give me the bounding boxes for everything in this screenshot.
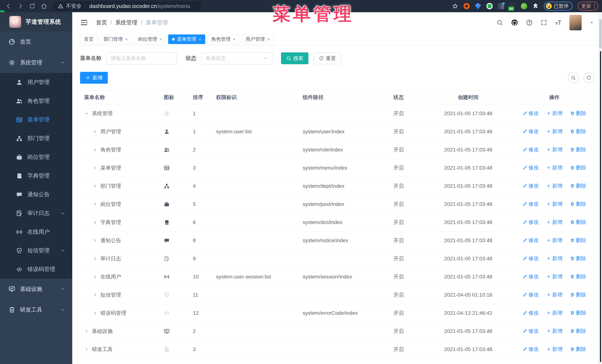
expand-row-icon[interactable]	[93, 184, 97, 188]
delete-action[interactable]: 删除	[570, 309, 586, 316]
refresh-table-button[interactable]	[583, 73, 594, 83]
fullscreen-icon[interactable]	[540, 19, 547, 26]
edit-action[interactable]: 修改	[523, 110, 539, 117]
page-tab[interactable]: 部门管理 ×	[100, 34, 132, 44]
sidebar-item-gear[interactable]: 系统管理	[0, 52, 72, 73]
extensions-puzzle-icon[interactable]	[532, 3, 539, 9]
extension-frog-icon[interactable]	[521, 3, 527, 9]
toggle-search-button[interactable]	[568, 73, 579, 83]
sidebar-item-tree[interactable]: 部门管理	[0, 129, 72, 148]
expand-row-icon[interactable]	[93, 220, 97, 225]
add-child-action[interactable]: 新增	[546, 200, 563, 208]
extension-green-icon[interactable]	[486, 3, 493, 9]
delete-action[interactable]: 删除	[570, 164, 586, 171]
delete-action[interactable]: 删除	[570, 346, 586, 353]
delete-action[interactable]: 删除	[570, 110, 586, 117]
avatar-caret-down-icon[interactable]	[589, 20, 594, 25]
reload-icon[interactable]	[29, 3, 36, 10]
delete-action[interactable]: 删除	[570, 328, 586, 334]
add-child-action[interactable]: 新增	[546, 309, 563, 316]
reset-button[interactable]: 重置	[314, 52, 341, 64]
browser-menu-dots-icon[interactable]	[594, 4, 595, 8]
sidebar-item-post[interactable]: 岗位管理	[0, 148, 72, 166]
expand-row-icon[interactable]	[93, 238, 97, 243]
add-child-action[interactable]: 新增	[546, 291, 563, 298]
tab-close-icon[interactable]: ×	[159, 37, 162, 42]
expand-row-icon[interactable]	[93, 311, 97, 315]
tab-close-icon[interactable]: ×	[267, 37, 270, 42]
delete-action[interactable]: 删除	[570, 128, 586, 135]
add-child-action[interactable]: 新增	[546, 273, 563, 280]
breadcrumb-item[interactable]: 系统管理	[107, 19, 138, 26]
sidebar-item-online[interactable]: 在线用户	[0, 223, 72, 241]
sidebar-item-tool[interactable]: 研发工具	[0, 299, 72, 320]
expand-row-icon[interactable]	[93, 256, 97, 261]
edit-action[interactable]: 修改	[523, 273, 539, 280]
add-child-action[interactable]: 新增	[546, 328, 563, 334]
expand-row-icon[interactable]	[93, 129, 97, 134]
scrollbar-thumb[interactable]	[599, 19, 602, 49]
sidebar-item-code[interactable]: 错误码管理	[0, 260, 72, 279]
extension-gem-icon[interactable]	[475, 3, 481, 9]
expand-row-icon[interactable]	[84, 329, 89, 334]
edit-action[interactable]: 修改	[523, 164, 539, 171]
bookmark-star-icon[interactable]	[452, 3, 458, 9]
edit-action[interactable]: 修改	[523, 291, 539, 298]
delete-action[interactable]: 删除	[570, 200, 586, 208]
page-tab[interactable]: 用户管理 ×	[242, 34, 274, 44]
page-tab[interactable]: 岗位管理 ×	[134, 34, 166, 44]
sidebar-item-sms[interactable]: 短信管理	[0, 241, 72, 260]
sidebar-item-tree-table[interactable]: 菜单管理	[0, 110, 72, 129]
add-child-action[interactable]: 新增	[546, 146, 563, 153]
search-button[interactable]: 搜索	[281, 52, 308, 64]
delete-action[interactable]: 删除	[570, 273, 586, 280]
page-tab[interactable]: 首页	[80, 34, 97, 44]
delete-action[interactable]: 删除	[570, 237, 586, 244]
update-browser-button[interactable]: 更新	[578, 2, 598, 10]
edit-action[interactable]: 修改	[523, 346, 539, 353]
delete-action[interactable]: 删除	[570, 219, 586, 226]
edit-action[interactable]: 修改	[523, 237, 539, 244]
paused-extension-pill[interactable]: 已暂停	[544, 2, 572, 10]
breadcrumb-item[interactable]: 首页	[96, 19, 107, 26]
user-avatar[interactable]	[570, 15, 582, 30]
extension-tabs-icon[interactable]	[498, 3, 504, 9]
tab-close-icon[interactable]: ×	[198, 37, 201, 42]
sidebar-item-dict[interactable]: 字典管理	[0, 166, 72, 185]
add-child-action[interactable]: 新增	[546, 182, 563, 189]
home-icon[interactable]	[41, 3, 47, 10]
add-menu-button[interactable]: 新增	[80, 72, 108, 84]
expand-row-icon[interactable]	[93, 292, 97, 297]
add-child-action[interactable]: 新增	[546, 346, 563, 353]
back-icon[interactable]	[5, 3, 12, 10]
sidebar-item-peoples[interactable]: 角色管理	[0, 92, 72, 110]
help-icon[interactable]	[526, 19, 533, 26]
add-child-action[interactable]: 新增	[546, 255, 563, 262]
expand-row-icon[interactable]	[93, 166, 97, 170]
tab-close-icon[interactable]: ×	[233, 37, 236, 42]
delete-action[interactable]: 删除	[570, 255, 586, 262]
forward-icon[interactable]	[17, 3, 24, 10]
add-child-action[interactable]: 新增	[546, 164, 563, 171]
edit-action[interactable]: 修改	[523, 128, 539, 135]
sidebar-item-monitor[interactable]: 基础设施	[0, 279, 72, 299]
add-child-action[interactable]: 新增	[546, 128, 563, 135]
edit-action[interactable]: 修改	[523, 182, 539, 189]
menu-name-input[interactable]	[106, 52, 177, 64]
add-child-action[interactable]: 新增	[546, 219, 563, 226]
edit-action[interactable]: 修改	[523, 146, 539, 153]
sidebar-logo-row[interactable]: 芋道管理系统	[0, 12, 72, 31]
delete-action[interactable]: 删除	[570, 182, 586, 189]
page-tab[interactable]: 菜单管理 ×	[168, 34, 205, 44]
scrollbar[interactable]	[599, 12, 602, 364]
expand-row-icon[interactable]	[93, 202, 97, 207]
status-select[interactable]: 菜单状态	[201, 52, 272, 64]
font-size-icon[interactable]	[555, 19, 562, 26]
edit-action[interactable]: 修改	[523, 200, 539, 208]
delete-action[interactable]: 删除	[570, 291, 586, 298]
sidebar-item-dashboard[interactable]: 首页	[0, 31, 72, 52]
expand-row-icon[interactable]	[84, 111, 89, 116]
page-tab[interactable]: 角色管理 ×	[207, 34, 239, 44]
sidebar-item-log[interactable]: 审计日志	[0, 204, 72, 223]
edit-action[interactable]: 修改	[523, 328, 539, 334]
